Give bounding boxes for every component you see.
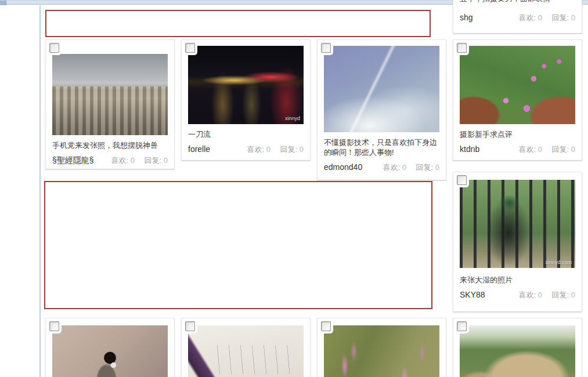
photo-card: 不懂摄影技术，只是喜欢拍下身边的瞬间！那些人事物! edmond40 喜欢: 0… <box>317 39 446 180</box>
select-checkbox[interactable] <box>321 321 331 331</box>
likes-label: 喜欢: <box>383 163 400 172</box>
replies-count: 0 <box>571 145 575 154</box>
replies-count: 0 <box>300 145 304 154</box>
post-stats: 喜欢: 0 回复: 0 <box>111 155 168 166</box>
thumbnail-stone-bridge[interactable] <box>460 325 575 377</box>
empty-placeholder-box <box>44 181 432 309</box>
photo-card: 摄影新手求点评 ktdnb 喜欢: 0 回复: 0 <box>453 39 582 161</box>
photo-card: xinnyd.com 来张大湿的照片 SKY88 喜欢: 0 回复: 0 <box>453 172 582 312</box>
photo-watermark: xinnyd <box>285 115 300 121</box>
post-title[interactable]: 一刀流 <box>188 129 304 139</box>
likes-count: 0 <box>538 145 542 154</box>
thumbnail-bird[interactable] <box>52 325 168 377</box>
empty-placeholder-box <box>45 10 431 37</box>
replies-count: 0 <box>571 291 575 299</box>
likes-count: 0 <box>538 291 542 299</box>
select-checkbox[interactable] <box>457 43 467 53</box>
thumbnail-wildflowers[interactable] <box>324 325 439 377</box>
username-link[interactable]: edmond40 <box>324 162 362 172</box>
username-link[interactable]: SKY88 <box>460 290 485 299</box>
page: 五十个拍摄要男半面部表情 shg 喜欢: 0 回复: 0 手机党来发张照，我想摆… <box>0 0 588 377</box>
thumbnail-city-skyline[interactable] <box>52 54 168 135</box>
username-link[interactable]: §聖經隱龍§ <box>52 155 94 166</box>
photo-watermark: xinnyd.com <box>545 259 572 265</box>
post-title[interactable]: 不懂摄影技术，只是喜欢拍下身边的瞬间！那些人事物! <box>324 137 439 157</box>
likes-label: 喜欢: <box>518 291 536 299</box>
photo-card <box>317 318 446 377</box>
likes-count: 0 <box>131 156 135 165</box>
select-checkbox[interactable] <box>185 321 195 331</box>
post-stats: 喜欢: 0 回复: 0 <box>247 144 304 155</box>
photo-card: xinnyd 一刀流 forelle 喜欢: 0 回复: 0 <box>181 39 311 161</box>
thumbnail-night-river[interactable]: xinnyd <box>188 46 304 124</box>
select-checkbox[interactable] <box>457 175 467 185</box>
photo-card <box>181 318 311 377</box>
photo-card: 手机党来发张照，我想摆脱神兽 §聖經隱龍§ 喜欢: 0 回复: 0 <box>45 39 175 169</box>
username-link[interactable]: shg <box>460 13 473 22</box>
select-checkbox[interactable] <box>49 43 59 53</box>
photo-card <box>453 318 582 377</box>
replies-count: 0 <box>435 163 439 172</box>
post-title[interactable]: 手机党来发张照，我想摆脱神兽 <box>52 140 168 150</box>
thumbnail-photographer[interactable]: xinnyd.com <box>460 180 575 268</box>
likes-label: 喜欢: <box>247 145 264 154</box>
replies-label: 回复: <box>552 13 569 22</box>
content-divider <box>39 5 41 377</box>
replies-label: 回复: <box>416 163 434 172</box>
post-stats: 喜欢: 0 回复: 0 <box>518 13 575 23</box>
likes-label: 喜欢: <box>518 145 536 154</box>
username-link[interactable]: ktdnb <box>460 144 479 154</box>
select-checkbox[interactable] <box>185 43 195 53</box>
select-checkbox[interactable] <box>321 43 331 53</box>
replies-label: 回复: <box>145 156 162 165</box>
likes-label: 喜欢: <box>111 156 128 165</box>
replies-label: 回复: <box>552 145 569 154</box>
thumbnail-clover-flowers[interactable] <box>460 46 575 124</box>
likes-count: 0 <box>402 163 406 172</box>
thumbnail-handwriting[interactable] <box>188 325 304 377</box>
post-stats: 喜欢: 0 回复: 0 <box>518 144 575 155</box>
photo-card: 五十个拍摄要男半面部表情 shg 喜欢: 0 回复: 0 <box>453 0 582 34</box>
post-title[interactable]: 五十个拍摄要男半面部表情 <box>460 0 575 3</box>
top-bar-accent <box>0 1 6 5</box>
likes-count: 0 <box>266 145 270 154</box>
likes-label: 喜欢: <box>518 13 536 22</box>
select-checkbox[interactable] <box>49 321 59 331</box>
post-title[interactable]: 摄影新手求点评 <box>460 129 575 139</box>
replies-count: 0 <box>571 13 575 22</box>
likes-count: 0 <box>538 13 542 22</box>
photo-card <box>45 318 175 377</box>
post-title[interactable]: 来张大湿的照片 <box>460 275 575 285</box>
replies-count: 0 <box>164 156 168 165</box>
select-checkbox[interactable] <box>457 321 467 331</box>
thumbnail-sky-clouds[interactable] <box>324 46 439 132</box>
replies-label: 回复: <box>280 145 298 154</box>
post-stats: 喜欢: 0 回复: 0 <box>383 162 439 173</box>
replies-label: 回复: <box>552 291 569 299</box>
post-stats: 喜欢: 0 回复: 0 <box>518 290 575 300</box>
username-link[interactable]: forelle <box>188 144 210 154</box>
